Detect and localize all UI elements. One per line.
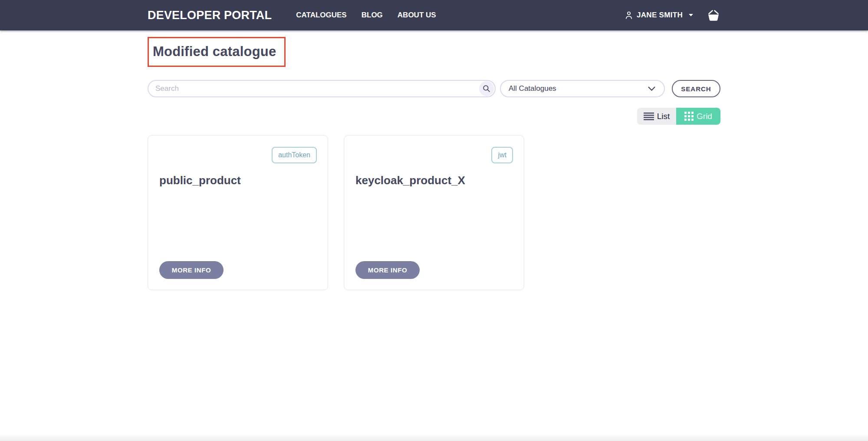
search-row: All Catalogues SEARCH (148, 80, 720, 97)
nav-item-blog[interactable]: BLOG (362, 11, 383, 20)
basket-icon[interactable] (707, 9, 720, 21)
main-nav: CATALOGUES BLOG ABOUT US (296, 11, 436, 20)
view-toggle-list-label: List (657, 112, 670, 121)
user-menu[interactable]: JANE SMITH (624, 10, 694, 20)
view-toggle: List Grid (637, 108, 720, 125)
search-field-wrap (148, 80, 496, 97)
product-card[interactable]: jwt keycloak_product_X MORE INFO (344, 135, 524, 290)
view-toggle-grid[interactable]: Grid (676, 108, 720, 125)
view-toggle-list[interactable]: List (637, 108, 676, 125)
auth-type-badge: authToken (272, 147, 317, 163)
list-lines-icon (644, 112, 654, 121)
user-name: JANE SMITH (637, 11, 683, 20)
search-icon[interactable] (479, 81, 494, 96)
catalogue-filter-select[interactable]: All Catalogues (500, 80, 665, 97)
search-button[interactable]: SEARCH (672, 80, 720, 97)
product-card[interactable]: authToken public_product MORE INFO (148, 135, 328, 290)
catalogue-filter-value: All Catalogues (509, 84, 556, 93)
view-toggle-row: List Grid (148, 108, 720, 125)
page-title-highlight-box: Modified catalogue (148, 37, 286, 67)
auth-type-badge: jwt (491, 147, 513, 163)
app-header: DEVELOPER PORTAL CATALOGUES BLOG ABOUT U… (0, 0, 868, 30)
more-info-button[interactable]: MORE INFO (159, 261, 224, 279)
search-input[interactable] (148, 81, 473, 96)
more-info-button[interactable]: MORE INFO (355, 261, 420, 279)
bottom-shadow-gradient (0, 434, 868, 441)
product-name: keycloak_product_X (355, 174, 465, 187)
view-toggle-grid-label: Grid (697, 112, 712, 121)
main-content: Modified catalogue All Catalogues SEARCH (148, 30, 720, 290)
chevron-down-icon (688, 13, 694, 17)
chevron-down-icon (648, 86, 655, 91)
product-card-grid: authToken public_product MORE INFO jwt k… (148, 135, 720, 290)
person-icon (624, 10, 634, 20)
page-title: Modified catalogue (153, 44, 276, 60)
brand-logo[interactable]: DEVELOPER PORTAL (148, 9, 272, 22)
grid-squares-icon (684, 112, 694, 121)
product-name: public_product (159, 174, 241, 187)
nav-item-about-us[interactable]: ABOUT US (398, 11, 436, 20)
nav-item-catalogues[interactable]: CATALOGUES (296, 11, 346, 20)
